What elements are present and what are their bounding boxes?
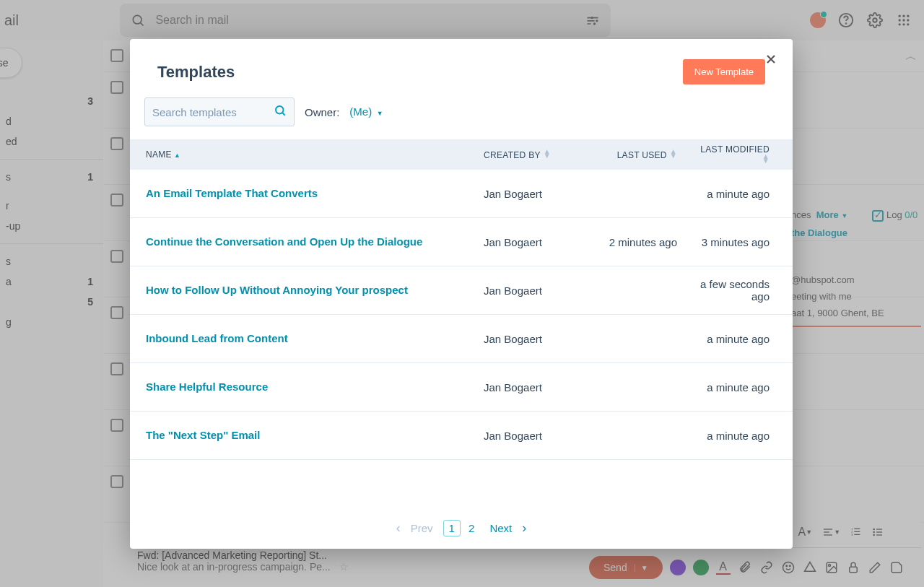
table-row[interactable]: Continue the Conversation and Open Up th… [130,218,793,266]
owner-dropdown[interactable]: (Me) ▼ [349,105,383,118]
sort-icon: ▲▼ [762,155,770,163]
table-row[interactable]: Inbound Lead from ContentJan Bogaerta mi… [130,315,793,363]
last-modified-cell: a minute ago [692,381,777,393]
table-row[interactable]: The "Next Step" EmailJan Bogaerta minute… [130,412,793,460]
template-name-link[interactable]: An Email Template That Converts [146,187,318,199]
col-header-last-used[interactable]: LAST USED▲▼ [592,149,692,160]
next-chevron-icon[interactable]: › [522,521,526,536]
last-modified-cell: 3 minutes ago [692,236,777,248]
last-modified-cell: a few seconds ago [692,278,777,303]
template-name-link[interactable]: Share Helpful Resource [146,381,268,393]
col-header-created-by[interactable]: CREATED BY▲▼ [484,149,592,160]
owner-label: Owner: [305,106,339,118]
col-header-name[interactable]: NAME▲ [146,149,484,160]
modal-controls: Owner: (Me) ▼ [130,97,793,139]
template-name-link[interactable]: Continue the Conversation and Open Up th… [146,235,422,248]
svg-point-40 [276,106,284,114]
table-row[interactable]: How to Follow Up Without Annoying Your p… [130,266,793,315]
modal-title: Templates [157,63,235,82]
modal-header: Templates New Template [130,39,793,97]
table-header: NAME▲ CREATED BY▲▼ LAST USED▲▼ LAST MODI… [130,139,793,170]
sort-icon: ▲▼ [670,149,677,158]
table-row[interactable]: An Email Template That ConvertsJan Bogae… [130,170,793,218]
search-templates-input[interactable] [152,106,274,118]
created-by-cell: Jan Bogaert [484,284,592,297]
search-icon [274,104,287,120]
templates-modal: Templates New Template Owner: (Me) ▼ NAM… [130,39,793,549]
created-by-cell: Jan Bogaert [484,236,592,248]
chevron-down-icon: ▼ [377,110,383,117]
last-modified-cell: a minute ago [692,430,777,442]
col-header-last-modified[interactable]: LAST MODIFIED▲▼ [692,144,777,165]
new-template-button[interactable]: New Template [683,59,765,84]
page-current: 1 [443,520,461,536]
template-name-link[interactable]: Inbound Lead from Content [146,332,288,344]
page-link[interactable]: 2 [463,521,479,536]
table-body: An Email Template That ConvertsJan Bogae… [130,170,793,508]
prev-chevron-icon: ‹ [396,521,401,536]
last-modified-cell: a minute ago [692,188,777,200]
search-templates-box[interactable] [144,97,295,126]
close-button[interactable] [764,51,778,71]
svg-line-41 [282,113,284,115]
next-button[interactable]: Next [489,522,512,534]
created-by-cell: Jan Bogaert [484,381,592,393]
created-by-cell: Jan Bogaert [484,430,592,442]
created-by-cell: Jan Bogaert [484,333,592,345]
template-name-link[interactable]: How to Follow Up Without Annoying Your p… [146,284,408,296]
last-modified-cell: a minute ago [692,333,777,345]
last-used-cell: 2 minutes ago [592,236,692,248]
prev-button: Prev [411,522,433,534]
template-name-link[interactable]: The "Next Step" Email [146,429,260,441]
sort-icon: ▲▼ [544,149,551,158]
table-row[interactable]: Share Helpful ResourceJan Bogaerta minut… [130,363,793,412]
pagination: ‹ Prev 1 2 Next › [130,508,793,549]
sort-asc-icon: ▲ [174,152,180,159]
created-by-cell: Jan Bogaert [484,188,592,200]
